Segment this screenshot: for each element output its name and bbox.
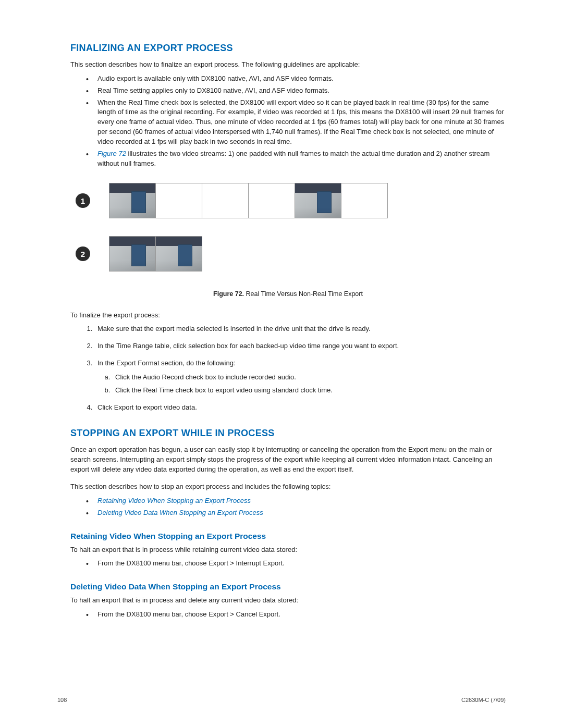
guideline-item: Real Time setting applies only to DX8100… — [86, 86, 506, 96]
step-item: Make sure that the export media selected… — [94, 324, 506, 334]
figure-row-2: 2 — [70, 236, 506, 272]
finalize-intro: To finalize the export process: — [70, 311, 506, 320]
page-footer: 108 C2630M-C (7/09) — [57, 697, 506, 703]
figure-reference-text: illustrates the two video streams: 1) on… — [97, 150, 489, 167]
subheading-retaining: Retaining Video When Stopping an Export … — [70, 532, 506, 541]
topic-link-item: Deleting Video Data When Stopping an Exp… — [86, 508, 506, 518]
substeps: Click the Audio Record check box to incl… — [97, 373, 506, 396]
stopping-paragraph-2: This section describes how to stop an ex… — [70, 482, 506, 492]
figure-caption-bold: Figure 72. — [213, 290, 244, 298]
page-number: 108 — [57, 697, 67, 703]
topic-link-item: Retaining Video When Stopping an Export … — [86, 496, 506, 506]
guidelines-list: Audio export is available only with DX81… — [70, 74, 506, 169]
doc-id: C2630M-C (7/09) — [461, 697, 506, 703]
intro-paragraph: This section describes how to finalize a… — [70, 60, 506, 70]
null-frame-icon — [341, 183, 387, 218]
figure-badge-1: 1 — [76, 193, 90, 208]
video-frame-icon — [109, 237, 156, 271]
deleting-list: From the DX8100 menu bar, choose Export … — [70, 610, 506, 620]
filmstrip-2 — [109, 236, 202, 272]
video-frame-icon — [295, 183, 341, 218]
figure-caption: Figure 72. Real Time Versus Non-Real Tim… — [70, 289, 506, 299]
substep-item: Click the Audio Record check box to incl… — [112, 373, 506, 382]
step-item: Click Export to export video data. — [94, 403, 506, 413]
heading-finalizing: FINALIZING AN EXPORT PROCESS — [70, 43, 506, 54]
figure-72: 1 2 Figure 72. Real Time Versus Non-Real… — [70, 183, 506, 299]
deleting-bullet: From the DX8100 menu bar, choose Export … — [86, 610, 506, 620]
null-frame-icon — [156, 183, 202, 218]
page: FINALIZING AN EXPORT PROCESS This sectio… — [0, 0, 563, 728]
deleting-paragraph: To halt an export that is in process and… — [70, 596, 506, 606]
subheading-deleting: Deleting Video Data When Stopping an Exp… — [70, 582, 506, 591]
guideline-item: When the Real Time check box is selected… — [86, 98, 506, 147]
finalize-steps: Make sure that the export media selected… — [70, 324, 506, 412]
retaining-list: From the DX8100 menu bar, choose Export … — [70, 559, 506, 569]
null-frame-icon — [249, 183, 295, 218]
topic-links-list: Retaining Video When Stopping an Export … — [70, 496, 506, 518]
video-frame-icon — [156, 237, 202, 271]
guideline-item: Audio export is available only with DX81… — [86, 74, 506, 84]
figure-badge-2: 2 — [76, 246, 90, 261]
figure-reference-link[interactable]: Figure 72 — [97, 150, 126, 157]
step-text: In the Export Format section, do the fol… — [97, 359, 235, 367]
video-frame-icon — [109, 183, 156, 218]
topic-link-deleting[interactable]: Deleting Video Data When Stopping an Exp… — [97, 509, 263, 516]
substep-item: Click the Real Time check box to export … — [112, 386, 506, 396]
null-frame-icon — [202, 183, 249, 218]
retaining-bullet: From the DX8100 menu bar, choose Export … — [86, 559, 506, 569]
figure-row-1: 1 — [70, 183, 506, 218]
stopping-paragraph-1: Once an export operation has begun, a us… — [70, 445, 506, 475]
figure-caption-text: Real Time Versus Non-Real Time Export — [244, 290, 363, 298]
topic-link-retaining[interactable]: Retaining Video When Stopping an Export … — [97, 497, 251, 504]
step-item: In the Time Range table, click selection… — [94, 341, 506, 351]
filmstrip-1 — [109, 183, 388, 218]
guideline-figure-ref: Figure 72 illustrates the two video stre… — [86, 149, 506, 169]
retaining-paragraph: To halt an export that is in process whi… — [70, 545, 506, 555]
step-item: In the Export Format section, do the fol… — [94, 359, 506, 396]
heading-stopping: STOPPING AN EXPORT WHILE IN PROCESS — [70, 428, 506, 439]
